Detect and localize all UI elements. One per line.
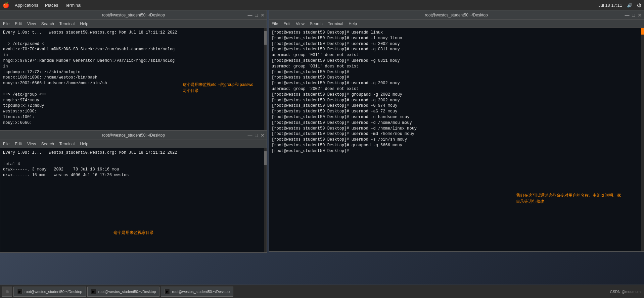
maximize-btn-bl[interactable]: □: [255, 133, 258, 138]
datetime: Jul 18 17:11: [598, 3, 622, 8]
app-icon: 🍎: [3, 2, 9, 8]
annotation-top-left: 这个是用来监视etc下的group和 passwd两个目录: [183, 82, 257, 94]
menu-search-tl[interactable]: Search: [41, 21, 54, 26]
taskbar-right-text: CSDN @moumum: [610, 290, 644, 294]
maximize-btn-right[interactable]: □: [632, 12, 635, 18]
body-bottom-left[interactable]: Every 1.0s: l... westos_student50.westos…: [0, 148, 267, 252]
body-right[interactable]: [root@westos_student50 Desktop]# useradd…: [269, 28, 644, 251]
menu-edit-tl[interactable]: Edit: [15, 21, 22, 26]
taskbar-item-2[interactable]: ▶ root@westos_student50:~/Desktop: [87, 287, 160, 297]
menu-terminal-tl[interactable]: Terminal: [59, 21, 75, 26]
win-controls-top-left: — □ ✕: [248, 12, 265, 18]
menu-file-r[interactable]: File: [272, 21, 278, 26]
content-top-left: Every 1.0s: t... westos_student50.westos…: [3, 30, 264, 126]
csdn-label: CSDN @moumum: [610, 290, 641, 294]
menu-help-bl[interactable]: Help: [80, 142, 88, 146]
desktop: root@westos_student50:~/Desktop — □ ✕ Fi…: [0, 10, 644, 298]
title-bottom-left: root@westos_student50:~/Desktop: [102, 133, 165, 138]
menubar-bottom-left: File Edit View Search Terminal Help: [0, 140, 267, 148]
content-bottom-left: Every 1.0s: l... westos_student50.westos…: [3, 150, 264, 178]
close-btn-bl[interactable]: ✕: [261, 133, 265, 138]
title-top-left: root@westos_student50:~/Desktop: [102, 13, 165, 17]
menu-applications[interactable]: Applications: [11, 3, 42, 8]
scrollbar-right[interactable]: [641, 28, 644, 251]
menu-terminal[interactable]: Terminal: [61, 3, 85, 8]
terminal-right: root@westos_student50:~/Desktop — □ ✕ Fi…: [269, 10, 644, 252]
scrollbar-thumb-tl[interactable]: [264, 31, 267, 45]
annotation-bottom-left: 这个是用来监视家目录: [113, 230, 154, 236]
terminal-bottom-left: root@westos_student50:~/Desktop — □ ✕ Fi…: [0, 130, 267, 253]
titlebar-bottom-left: root@westos_student50:~/Desktop — □ ✕: [0, 131, 267, 140]
taskbar-label-1: root@westos_student50:~/Desktop: [25, 290, 82, 294]
menu-search-r[interactable]: Search: [310, 21, 323, 26]
taskbar-item-3[interactable]: ▶ root@westos_student50:~/Desktop: [161, 287, 233, 297]
menu-terminal-r[interactable]: Terminal: [328, 21, 343, 26]
menubar-right: File Edit View Search Terminal Help: [269, 20, 644, 28]
menu-edit-bl[interactable]: Edit: [15, 142, 22, 146]
topbar-right: Jul 18 17:11 🔊 ⏻: [598, 3, 641, 8]
menu-help-tl[interactable]: Help: [80, 21, 88, 26]
titlebar-right: root@westos_student50:~/Desktop — □ ✕: [269, 10, 644, 20]
menubar-top-left: File Edit View Search Terminal Help: [0, 20, 267, 28]
term-icon-2: ▶: [91, 289, 96, 294]
menu-help-r[interactable]: Help: [349, 21, 357, 26]
power-icon[interactable]: ⏻: [637, 3, 641, 8]
menu-file-tl[interactable]: File: [3, 21, 9, 26]
term-icon-3: ▶: [165, 289, 170, 294]
titlebar-top-left: root@westos_student50:~/Desktop — □ ✕: [0, 10, 267, 20]
minimize-btn-bl[interactable]: —: [248, 133, 252, 138]
taskbar-label-2: root@westos_student50:~/Desktop: [98, 290, 156, 294]
menu-search-bl[interactable]: Search: [41, 142, 54, 146]
terminal-top-left: root@westos_student50:~/Desktop — □ ✕ Fi…: [0, 10, 267, 131]
menu-terminal-bl[interactable]: Terminal: [59, 142, 75, 146]
minimize-btn-right[interactable]: —: [625, 12, 630, 18]
menu-edit-r[interactable]: Edit: [283, 21, 290, 26]
menu-view-r[interactable]: View: [296, 21, 305, 26]
taskbar-show-desktop[interactable]: ⊞: [2, 287, 12, 297]
scrollbar-thumb-right[interactable]: [641, 28, 644, 35]
body-top-left[interactable]: Every 1.0s: t... westos_student50.westos…: [0, 28, 267, 131]
title-right: root@westos_student50:~/Desktop: [425, 13, 488, 17]
win-controls-right: — □ ✕: [625, 12, 642, 18]
taskbar-item-1[interactable]: ▶ root@westos_student50:~/Desktop: [13, 287, 86, 297]
menu-places[interactable]: Places: [42, 3, 61, 8]
close-btn-right[interactable]: ✕: [638, 12, 642, 18]
win-controls-bottom-left: — □ ✕: [248, 133, 265, 138]
minimize-btn-top-left[interactable]: —: [248, 12, 252, 18]
close-btn-top-left[interactable]: ✕: [261, 12, 265, 18]
menu-view-tl[interactable]: View: [27, 21, 36, 26]
scrollbar-top-left[interactable]: [264, 28, 267, 131]
maximize-btn-top-left[interactable]: □: [255, 12, 258, 18]
content-right: [root@westos_student50 Desktop]# useradd…: [272, 30, 641, 154]
taskbar-label-3: root@westos_student50:~/Desktop: [172, 290, 230, 294]
taskbar: ⊞ ▶ root@westos_student50:~/Desktop ▶ ro…: [0, 285, 644, 298]
scrollbar-bottom-left[interactable]: [264, 148, 267, 252]
annotation-right: 我们在这可以通过这些命令对用户的名称、主组id 说明、家目录等进行修改: [516, 192, 624, 204]
top-menubar: 🍎 Applications Places Terminal Jul 18 17…: [0, 0, 644, 10]
scrollbar-thumb-bl[interactable]: [264, 151, 267, 165]
menu-view-bl[interactable]: View: [27, 142, 36, 146]
term-icon-1: ▶: [17, 289, 22, 294]
volume-icon[interactable]: 🔊: [627, 3, 632, 8]
menu-file-bl[interactable]: File: [3, 142, 9, 146]
